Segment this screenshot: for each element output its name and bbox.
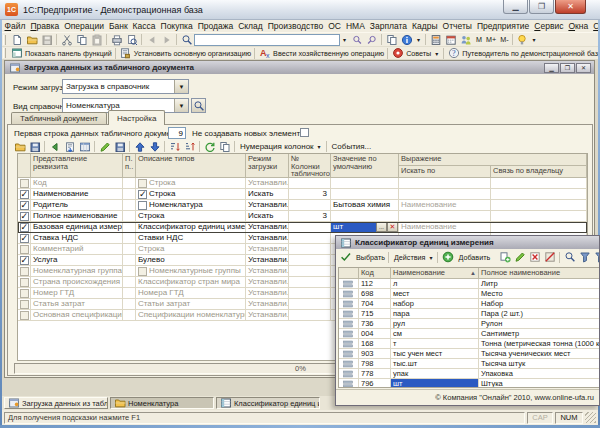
unit-icon-cell[interactable] (339, 349, 359, 359)
toolbar-text-button[interactable]: М (473, 33, 483, 46)
owner-link-cell[interactable] (491, 189, 587, 200)
pp-cell[interactable] (123, 244, 136, 255)
no-new-elements-checkbox[interactable] (300, 128, 309, 137)
row-enabled-cell[interactable] (18, 266, 31, 277)
table-row[interactable]: РодительНоменклатураУстанавли...Бытовая … (18, 200, 587, 211)
menu-item-ос[interactable]: ОС (326, 20, 344, 32)
calendar-button[interactable] (443, 33, 458, 46)
load-mode-cell[interactable]: Устанавли... (246, 310, 289, 321)
load-mode-cell[interactable]: Устанавли... (246, 178, 289, 189)
attribute-name-cell[interactable]: Комментарий (31, 244, 123, 255)
edit-button[interactable] (512, 251, 527, 264)
unit-fullname-cell[interactable]: Тонна (метрическая тонна (1000 кг)) (479, 339, 600, 349)
column-number-cell[interactable] (289, 222, 331, 233)
pp-cell[interactable] (123, 266, 136, 277)
attribute-name-cell[interactable]: Базовая единица измерения (31, 222, 123, 233)
open-folder-button[interactable] (24, 33, 39, 46)
unit-code-cell[interactable]: 004 (359, 329, 391, 339)
search-by-cell[interactable] (399, 178, 491, 189)
print-button[interactable] (109, 33, 124, 46)
menu-item-правка[interactable]: Правка (28, 20, 62, 32)
unit-icon-cell[interactable] (339, 379, 359, 388)
type-cell[interactable]: Номенклатура (136, 200, 246, 211)
dropdown-arrow-icon[interactable]: ▾ (530, 36, 539, 43)
table-row[interactable]: Полное наименованиеСтрокаИскать3 (18, 211, 587, 222)
type-cell[interactable]: Строка (136, 178, 246, 189)
pp-cell[interactable] (123, 222, 136, 233)
info-button[interactable] (399, 33, 414, 46)
unit-fullname-cell[interactable]: Сантиметр (479, 329, 600, 339)
row-enabled-cell[interactable] (18, 277, 31, 288)
unit-row[interactable]: 004смСантиметр (339, 329, 600, 339)
attribute-name-cell[interactable]: Полное наименование (31, 211, 123, 222)
load-mode-cell[interactable]: Устанавли... (246, 277, 289, 288)
owner-link-cell[interactable] (491, 200, 587, 211)
column-number-cell[interactable] (289, 200, 331, 211)
row-enabled-cell[interactable] (18, 178, 31, 189)
table-row[interactable]: КодСтрокаУстанавли... (18, 178, 587, 189)
unit-code-cell[interactable]: 112 (359, 279, 391, 289)
unit-name-cell[interactable]: т (391, 339, 479, 349)
pp-cell[interactable] (123, 277, 136, 288)
move-down-button[interactable] (147, 140, 162, 153)
row-enabled-checkbox[interactable] (20, 212, 29, 221)
command-button-operation[interactable]: AxВвести хозяйственную операцию (257, 47, 385, 60)
row-enabled-checkbox[interactable] (20, 278, 29, 287)
type-cell[interactable]: Ставки НДС (136, 233, 246, 244)
dropdown-arrow-icon[interactable]: ▾ (426, 254, 435, 261)
default-value-cell[interactable]: Бытовая химия (331, 200, 399, 211)
owner-link-cell[interactable] (491, 222, 587, 233)
owner-link-cell[interactable] (491, 178, 587, 189)
unit-icon-cell[interactable] (339, 359, 359, 369)
menu-item-отчеты[interactable]: Отчеты (440, 20, 474, 32)
column-header-2[interactable]: Полное наименование (479, 268, 600, 279)
toolbar-text-button[interactable]: Действия (391, 251, 427, 264)
menu-item-продажа[interactable]: Продажа (195, 20, 235, 32)
catalog-kind-search-button[interactable] (191, 98, 206, 113)
default-value-cell[interactable] (331, 178, 399, 189)
find-button[interactable] (562, 251, 577, 264)
layout-table-button[interactable] (77, 140, 92, 153)
row-enabled-checkbox[interactable] (20, 223, 29, 232)
type-cell[interactable]: Строка (136, 244, 246, 255)
pp-cell[interactable] (123, 211, 136, 222)
load-mode-cell[interactable]: Устанавли... (246, 244, 289, 255)
refresh-button[interactable] (202, 140, 217, 153)
column-number-cell[interactable] (289, 288, 331, 299)
column-number-cell[interactable] (289, 244, 331, 255)
loader-restore-button[interactable]: ❐ (560, 63, 575, 73)
taskbar-button[interactable]: Классификатор единиц из... (216, 397, 320, 409)
unit-fullname-cell[interactable]: Штука (479, 379, 600, 388)
menu-item-производство[interactable]: Производство (265, 20, 325, 32)
toolbar-text-button[interactable]: Выбрать (353, 251, 386, 264)
filter-button[interactable] (592, 251, 599, 264)
find-button[interactable] (179, 33, 194, 46)
load-mode-cell[interactable]: Устанавли... (246, 222, 289, 233)
unit-fullname-cell[interactable]: Тысяча ученических мест (479, 349, 600, 359)
minimize-button[interactable]: ▁ (503, 0, 528, 14)
unit-row[interactable]: 736рулРулон (339, 319, 600, 329)
unit-code-cell[interactable]: 168 (359, 339, 391, 349)
copy-button[interactable] (74, 33, 89, 46)
unit-code-cell[interactable]: 798 (359, 359, 391, 369)
menu-item-файл[interactable]: Файл (2, 20, 28, 32)
unit-row[interactable]: 715параПара (2 шт.) (339, 309, 600, 319)
attribute-name-cell[interactable]: Наименование (31, 189, 123, 200)
owner-link-cell[interactable] (491, 211, 587, 222)
unit-name-cell[interactable]: шт (391, 379, 479, 388)
unit-name-cell[interactable]: мест (391, 289, 479, 299)
search-input[interactable] (194, 34, 340, 46)
menu-item-покупка[interactable]: Покупка (158, 20, 195, 32)
row-enabled-checkbox[interactable] (20, 256, 29, 265)
unit-name-cell[interactable]: упак (391, 369, 479, 379)
column-number-cell[interactable] (289, 255, 331, 266)
type-cell[interactable]: Строка (136, 211, 246, 222)
unit-name-cell[interactable]: тыс учен мест (391, 349, 479, 359)
menu-item-окна[interactable]: Окна (566, 20, 591, 32)
load-mode-combo[interactable]: Загрузка в справочник ▼ (62, 79, 189, 94)
unit-name-cell[interactable]: набор (391, 299, 479, 309)
row-enabled-checkbox[interactable] (20, 190, 29, 199)
edit-button[interactable] (97, 140, 112, 153)
column-number-cell[interactable]: 3 (289, 211, 331, 222)
load-mode-cell[interactable]: Устанавли... (246, 299, 289, 310)
